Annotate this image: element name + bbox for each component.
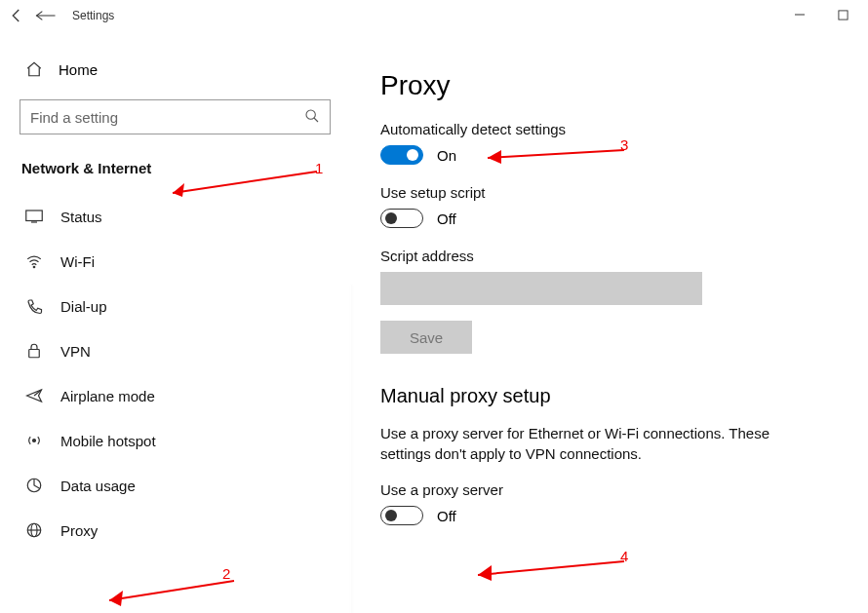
window-titlebar: Settings	[0, 0, 868, 31]
script-address-label: Script address	[380, 248, 839, 264]
sidebar-item-hotspot[interactable]: Mobile hotspot	[20, 418, 331, 463]
auto-detect-toggle[interactable]	[380, 145, 423, 165]
vpn-icon	[25, 342, 43, 360]
setup-script-state: Off	[437, 211, 456, 227]
content-panel: Proxy Automatically detect settings On U…	[351, 31, 868, 613]
svg-line-4	[314, 118, 318, 122]
sidebar-item-airplane[interactable]: Airplane mode	[20, 373, 331, 418]
sidebar-item-label: Status	[60, 209, 102, 225]
use-proxy-label: Use a proxy server	[380, 481, 839, 498]
sidebar-item-label: Mobile hotspot	[60, 433, 156, 449]
home-icon	[25, 60, 43, 78]
manual-proxy-heading: Manual proxy setup	[380, 385, 839, 407]
svg-rect-5	[26, 211, 43, 221]
sidebar-item-vpn[interactable]: VPN	[20, 328, 331, 373]
sidebar-item-label: VPN	[60, 343, 91, 360]
sidebar-item-status[interactable]: Status	[20, 194, 331, 239]
use-proxy-state: Off	[437, 508, 456, 524]
use-proxy-toggle[interactable]	[380, 506, 423, 525]
sidebar-item-label: Wi-Fi	[60, 253, 95, 270]
maximize-button[interactable]	[831, 9, 854, 23]
sidebar-item-label: Airplane mode	[60, 388, 155, 404]
sidebar-item-wifi[interactable]: Wi-Fi	[20, 239, 331, 284]
svg-rect-2	[838, 10, 847, 19]
datausage-icon	[25, 477, 43, 494]
auto-detect-label: Automatically detect settings	[380, 121, 839, 137]
svg-point-10	[33, 440, 36, 442]
sidebar-item-proxy[interactable]: Proxy	[20, 508, 331, 553]
minimize-button[interactable]	[788, 9, 811, 23]
save-button[interactable]: Save	[380, 321, 472, 354]
svg-rect-8	[29, 350, 40, 358]
back-arrow[interactable]	[35, 8, 62, 23]
dialup-icon	[25, 297, 43, 315]
search-icon	[304, 108, 320, 127]
wifi-icon	[25, 252, 43, 270]
setup-script-toggle[interactable]	[380, 209, 423, 228]
svg-point-7	[33, 266, 35, 268]
setup-script-label: Use setup script	[380, 184, 839, 201]
page-title: Proxy	[380, 70, 839, 101]
search-placeholder: Find a setting	[30, 109, 118, 126]
sidebar-home[interactable]: Home	[25, 60, 331, 78]
sidebar-item-label: Proxy	[60, 522, 98, 539]
sidebar-home-label: Home	[59, 61, 98, 78]
sidebar-item-label: Data usage	[60, 478, 136, 494]
sidebar-section-title: Network & Internet	[21, 160, 331, 176]
proxy-icon	[25, 521, 43, 539]
back-icon[interactable]	[8, 7, 35, 24]
hotspot-icon	[25, 432, 43, 449]
svg-point-3	[306, 110, 315, 119]
auto-detect-state: On	[437, 147, 456, 164]
sidebar-item-dialup[interactable]: Dial-up	[20, 284, 331, 328]
window-title: Settings	[72, 9, 114, 22]
manual-proxy-desc: Use a proxy server for Ethernet or Wi-Fi…	[380, 423, 790, 464]
sidebar-item-label: Dial-up	[60, 298, 107, 315]
airplane-icon	[25, 387, 43, 404]
search-input[interactable]: Find a setting	[20, 99, 331, 134]
script-address-input[interactable]	[380, 272, 702, 305]
sidebar-item-datausage[interactable]: Data usage	[20, 463, 331, 508]
sidebar: Home Find a setting Network & Internet S…	[0, 31, 351, 613]
status-icon	[25, 208, 43, 225]
